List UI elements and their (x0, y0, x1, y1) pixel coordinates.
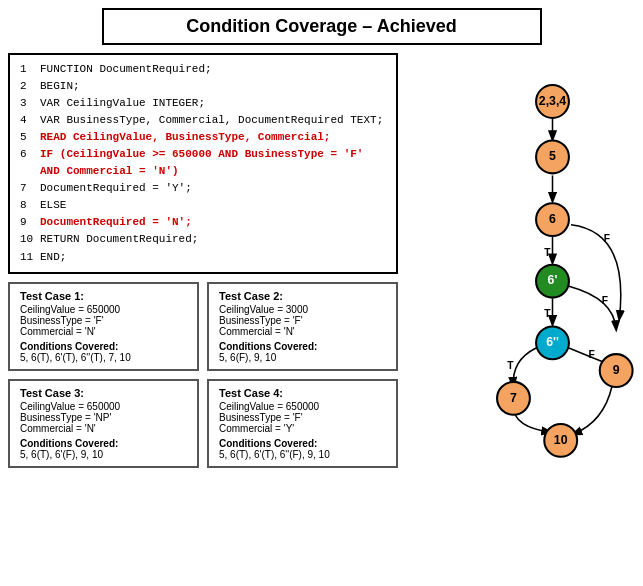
line-text: FUNCTION DocumentRequired; (40, 61, 212, 78)
code-box: 1FUNCTION DocumentRequired;2BEGIN;3 VAR … (8, 53, 398, 274)
line-text: VAR BusinessType, Commercial, DocumentRe… (40, 112, 383, 129)
test-case-title: Test Case 2: (219, 290, 386, 302)
conditions-covered-label: Conditions Covered: (219, 341, 386, 352)
node-10: 10 (544, 424, 577, 457)
test-case-body: CeilingValue = 650000 BusinessType = 'F'… (20, 304, 187, 337)
line-number: 7 (20, 180, 34, 197)
code-line: 9 DocumentRequired = 'N'; (20, 214, 386, 231)
svg-text:6': 6' (548, 273, 558, 287)
conditions-covered-label: Conditions Covered: (20, 341, 187, 352)
line-text: DocumentRequired = 'N'; (40, 214, 192, 231)
code-line: 10 RETURN DocumentRequired; (20, 231, 386, 248)
page-title: Condition Coverage – Achieved (102, 8, 542, 45)
code-line: 7 DocumentRequired = 'Y'; (20, 180, 386, 197)
test-case-body: CeilingValue = 650000 BusinessType = 'F'… (219, 401, 386, 434)
test-case-box: Test Case 4:CeilingValue = 650000 Busine… (207, 379, 398, 468)
svg-text:F: F (588, 349, 594, 360)
conditions-covered-label: Conditions Covered: (219, 438, 386, 449)
main-content: 1FUNCTION DocumentRequired;2BEGIN;3 VAR … (8, 53, 635, 468)
svg-text:2,3,4: 2,3,4 (539, 94, 567, 108)
conditions-covered-value: 5, 6(T), 6'(F), 9, 10 (20, 449, 187, 460)
line-text: BEGIN; (40, 78, 80, 95)
svg-text:T: T (544, 308, 551, 319)
svg-text:10: 10 (554, 433, 568, 447)
test-case-title: Test Case 3: (20, 387, 187, 399)
node-9: 9 (600, 354, 633, 387)
line-text: DocumentRequired = 'Y'; (40, 180, 192, 197)
svg-text:6: 6 (549, 212, 556, 226)
line-text: ELSE (40, 197, 66, 214)
code-line: 5 READ CeilingValue, BusinessType, Comme… (20, 129, 386, 146)
line-number: 1 (20, 61, 34, 78)
cfg-graph: T F T F T F (455, 83, 643, 463)
code-line: 6 IF (CeilingValue >= 650000 AND Busines… (20, 146, 386, 180)
title-text: Condition Coverage – Achieved (186, 16, 456, 36)
line-number: 9 (20, 214, 34, 231)
test-case-title: Test Case 1: (20, 290, 187, 302)
node-6doubleprime: 6'' (536, 326, 569, 359)
conditions-covered-value: 5, 6(T), 6'(T), 6''(T), 7, 10 (20, 352, 187, 363)
left-panel: 1FUNCTION DocumentRequired;2BEGIN;3 VAR … (8, 53, 427, 468)
node-234: 2,3,4 (536, 85, 569, 118)
line-text: END; (40, 249, 66, 266)
line-number: 6 (20, 146, 34, 180)
conditions-covered-label: Conditions Covered: (20, 438, 187, 449)
test-cases-grid: Test Case 1:CeilingValue = 650000 Busine… (8, 282, 398, 468)
svg-text:6'': 6'' (546, 335, 559, 349)
code-line: 2BEGIN; (20, 78, 386, 95)
code-line: 1FUNCTION DocumentRequired; (20, 61, 386, 78)
line-text: IF (CeilingValue >= 650000 AND BusinessT… (40, 146, 386, 180)
code-line: 4 VAR BusinessType, Commercial, Document… (20, 112, 386, 129)
svg-text:9: 9 (613, 363, 620, 377)
code-line: 11END; (20, 249, 386, 266)
line-number: 5 (20, 129, 34, 146)
test-case-box: Test Case 3:CeilingValue = 650000 Busine… (8, 379, 199, 468)
code-line: 3 VAR CeilingValue INTEGER; (20, 95, 386, 112)
line-number: 10 (20, 231, 34, 248)
conditions-covered-value: 5, 6(T), 6'(T), 6''(F), 9, 10 (219, 449, 386, 460)
right-panel: T F T F T F (435, 53, 635, 468)
conditions-covered-value: 5, 6(F), 9, 10 (219, 352, 386, 363)
code-line: 8 ELSE (20, 197, 386, 214)
line-number: 8 (20, 197, 34, 214)
svg-text:F: F (602, 295, 608, 306)
svg-text:5: 5 (549, 149, 556, 163)
svg-text:T: T (507, 360, 514, 371)
test-case-body: CeilingValue = 3000 BusinessType = 'F' C… (219, 304, 386, 337)
test-case-title: Test Case 4: (219, 387, 386, 399)
node-6: 6 (536, 203, 569, 236)
page: Condition Coverage – Achieved 1FUNCTION … (0, 0, 643, 586)
svg-text:7: 7 (510, 391, 517, 405)
line-number: 3 (20, 95, 34, 112)
node-6prime: 6' (536, 265, 569, 298)
line-number: 2 (20, 78, 34, 95)
line-text: VAR CeilingValue INTEGER; (40, 95, 205, 112)
line-number: 11 (20, 249, 34, 266)
test-case-body: CeilingValue = 650000 BusinessType = 'NP… (20, 401, 187, 434)
test-case-box: Test Case 1:CeilingValue = 650000 Busine… (8, 282, 199, 371)
line-text: READ CeilingValue, BusinessType, Commerc… (40, 129, 330, 146)
line-text: RETURN DocumentRequired; (40, 231, 198, 248)
node-7: 7 (497, 382, 530, 415)
svg-text:F: F (604, 233, 610, 244)
line-number: 4 (20, 112, 34, 129)
svg-text:T: T (544, 247, 551, 258)
test-case-box: Test Case 2:CeilingValue = 3000 Business… (207, 282, 398, 371)
node-5: 5 (536, 141, 569, 174)
